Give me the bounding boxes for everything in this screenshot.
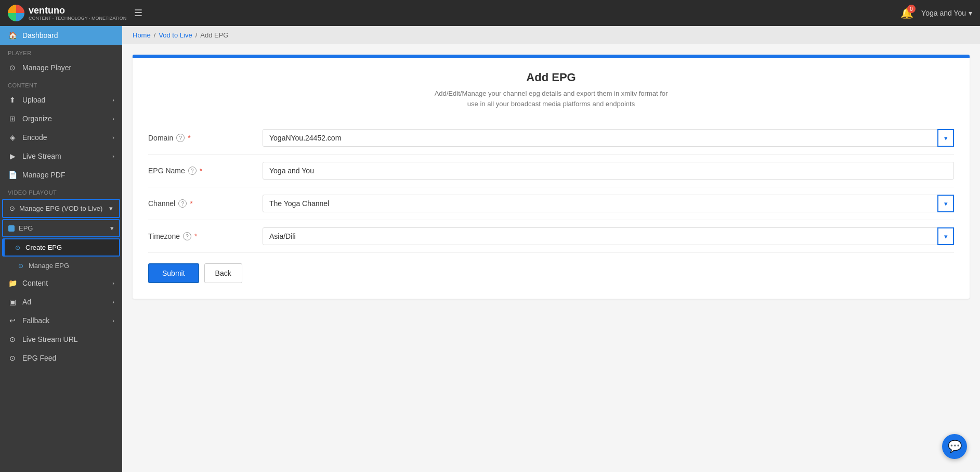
- channel-required: *: [190, 199, 192, 208]
- domain-control: YogaNYou.24452.com ▾: [263, 129, 954, 147]
- timezone-value: Asia/Dili: [263, 227, 954, 245]
- sidebar-item-manage-pdf[interactable]: 📄 Manage PDF: [0, 165, 122, 184]
- domain-label: Domain ? *: [148, 134, 263, 142]
- breadcrumb: Home / Vod to Live / Add EPG: [122, 26, 980, 44]
- manage-pdf-icon: 📄: [8, 171, 17, 179]
- breadcrumb-vod[interactable]: Vod to Live: [159, 31, 192, 39]
- channel-help-icon[interactable]: ?: [178, 199, 187, 208]
- live-stream-icon: ▶: [8, 152, 17, 160]
- breadcrumb-current: Add EPG: [200, 31, 228, 39]
- content-label: Content: [22, 279, 48, 287]
- sidebar-item-create-epg[interactable]: ⊙ Create EPG: [3, 239, 119, 256]
- back-button[interactable]: Back: [204, 263, 242, 283]
- sidebar-item-dashboard[interactable]: 🏠 Dashboard: [0, 26, 122, 45]
- logo-text-wrap: ventuno CONTENT · TECHNOLOGY · MONETIZAT…: [29, 5, 126, 21]
- page-content: Add EPG Add/Edit/Manage your channel epg…: [122, 44, 980, 472]
- dashboard-icon: 🏠: [8, 31, 17, 40]
- form-card-body: Add EPG Add/Edit/Manage your channel epg…: [133, 58, 970, 299]
- create-epg-container: ⊙ Create EPG: [2, 238, 120, 257]
- domain-dropdown-btn[interactable]: ▾: [937, 129, 954, 147]
- sidebar-item-organize[interactable]: ⊞ Organize ›: [0, 109, 122, 128]
- sidebar-item-content[interactable]: 📁 Content ›: [0, 274, 122, 292]
- sidebar-item-live-stream-url[interactable]: ⊙ Live Stream URL: [0, 330, 122, 349]
- organize-icon: ⊞: [8, 114, 17, 123]
- epg-name-label-text: EPG Name: [148, 167, 185, 175]
- upload-icon: ⬆: [8, 96, 17, 104]
- upload-label: Upload: [22, 96, 45, 104]
- timezone-control: Asia/Dili ▾: [263, 227, 954, 245]
- manage-epg-label: Manage EPG (VOD to Live): [19, 205, 102, 212]
- sidebar-item-manage-player[interactable]: ⊙ Manage Player: [0, 58, 122, 77]
- live-stream-label: Live Stream: [22, 152, 61, 160]
- fallback-icon: ↩: [8, 316, 17, 325]
- nav-left: ventuno CONTENT · TECHNOLOGY · MONETIZAT…: [8, 5, 142, 21]
- ad-icon: ▣: [8, 298, 17, 306]
- sidebar: 🏠 Dashboard PLAYER ⊙ Manage Player CONTE…: [0, 26, 122, 472]
- ad-chevron: ›: [112, 299, 114, 305]
- notification-button[interactable]: 🔔 0: [900, 7, 913, 19]
- main-layout: 🏠 Dashboard PLAYER ⊙ Manage Player CONTE…: [0, 26, 980, 472]
- domain-value: YogaNYou.24452.com: [263, 129, 954, 147]
- timezone-label-text: Timezone: [148, 232, 180, 240]
- sidebar-item-ad[interactable]: ▣ Ad ›: [0, 292, 122, 311]
- submit-button[interactable]: Submit: [148, 263, 199, 283]
- sidebar-item-epg-feed[interactable]: ⊙ EPG Feed: [0, 349, 122, 367]
- epg-name-label: EPG Name ? *: [148, 167, 263, 175]
- content-area: Home / Vod to Live / Add EPG Add EPG Add…: [122, 26, 980, 472]
- timezone-dropdown-btn[interactable]: ▾: [937, 227, 954, 245]
- manage-epg-sub-label: Manage EPG: [29, 262, 69, 270]
- epg-name-input[interactable]: [263, 162, 954, 180]
- logo-text: ventuno: [29, 5, 65, 16]
- organize-chevron: ›: [112, 116, 114, 122]
- breadcrumb-sep2: /: [195, 31, 198, 39]
- breadcrumb-sep1: /: [154, 31, 156, 39]
- encode-icon: ◈: [8, 133, 17, 142]
- user-menu[interactable]: Yoga and You ▾: [921, 9, 972, 17]
- manage-epg-container: ⊙ Manage EPG (VOD to Live) ▾: [2, 199, 120, 218]
- upload-chevron: ›: [112, 97, 114, 103]
- manage-epg-sub-icon: ⊙: [18, 262, 23, 270]
- manage-player-label: Manage Player: [22, 63, 71, 72]
- live-stream-url-label: Live Stream URL: [22, 335, 78, 343]
- sidebar-item-epg[interactable]: EPG ▾: [3, 220, 119, 236]
- epg-label: EPG: [19, 224, 33, 232]
- encode-label: Encode: [22, 133, 47, 142]
- hamburger-menu[interactable]: ☰: [134, 7, 142, 19]
- domain-help-icon[interactable]: ?: [176, 134, 185, 142]
- epg-name-help-icon[interactable]: ?: [188, 167, 197, 175]
- sidebar-item-fallback[interactable]: ↩ Fallback ›: [0, 311, 122, 330]
- create-epg-icon: ⊙: [15, 244, 20, 251]
- timezone-help-icon[interactable]: ?: [183, 232, 191, 240]
- user-chevron: ▾: [969, 9, 972, 17]
- top-navigation: ventuno CONTENT · TECHNOLOGY · MONETIZAT…: [0, 0, 980, 26]
- logo: ventuno CONTENT · TECHNOLOGY · MONETIZAT…: [8, 5, 126, 21]
- manage-pdf-label: Manage PDF: [22, 171, 65, 179]
- sidebar-item-upload[interactable]: ⬆ Upload ›: [0, 91, 122, 109]
- page-title: Add EPG: [148, 71, 954, 84]
- sidebar-item-manage-epg[interactable]: ⊙ Manage EPG (VOD to Live) ▾: [3, 200, 119, 217]
- form-row-epg-name: EPG Name ? *: [148, 155, 954, 187]
- breadcrumb-home[interactable]: Home: [133, 31, 151, 39]
- sidebar-item-manage-epg-sub[interactable]: ⊙ Manage EPG: [0, 258, 122, 274]
- channel-control: The Yoga Channel ▾: [263, 195, 954, 212]
- chat-icon: 💬: [948, 440, 962, 453]
- form-row-domain: Domain ? * YogaNYou.24452.com ▾: [148, 122, 954, 155]
- epg-feed-label: EPG Feed: [22, 354, 56, 362]
- epg-feed-icon: ⊙: [8, 354, 17, 362]
- epg-color-indicator: [8, 225, 15, 232]
- live-stream-url-icon: ⊙: [8, 335, 17, 343]
- channel-dropdown-btn[interactable]: ▾: [937, 195, 954, 212]
- fallback-label: Fallback: [22, 316, 49, 325]
- logo-subtitle: CONTENT · TECHNOLOGY · MONETIZATION: [29, 16, 126, 21]
- domain-required: *: [188, 134, 190, 142]
- chat-bubble[interactable]: 💬: [942, 434, 967, 459]
- encode-chevron: ›: [112, 134, 114, 141]
- create-epg-label: Create EPG: [25, 244, 62, 251]
- section-player: PLAYER: [0, 45, 122, 58]
- manage-epg-chevron: ▾: [109, 205, 113, 212]
- notification-badge: 0: [907, 5, 916, 13]
- sidebar-item-live-stream[interactable]: ▶ Live Stream ›: [0, 147, 122, 165]
- nav-right: 🔔 0 Yoga and You ▾: [900, 7, 972, 19]
- sidebar-item-encode[interactable]: ◈ Encode ›: [0, 128, 122, 147]
- section-content: CONTENT: [0, 77, 122, 91]
